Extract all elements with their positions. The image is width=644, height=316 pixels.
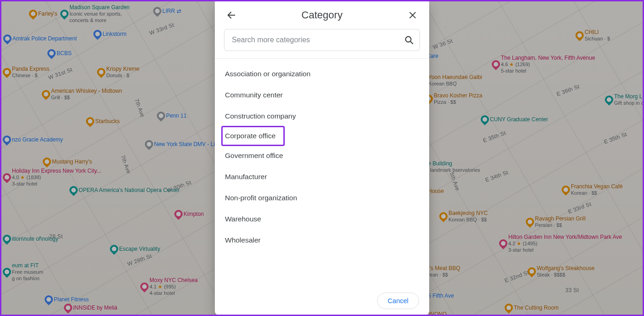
close-icon bbox=[408, 11, 417, 20]
search-wrap bbox=[215, 29, 429, 58]
modal-title: Category bbox=[301, 9, 342, 21]
modal-footer: Cancel bbox=[215, 285, 429, 316]
modal-header: Category bbox=[215, 1, 429, 29]
category-item[interactable]: Government office bbox=[215, 145, 429, 166]
search-input[interactable] bbox=[232, 36, 404, 44]
search-box[interactable] bbox=[224, 29, 420, 51]
category-list: Association or organizationCommunity cen… bbox=[215, 59, 429, 255]
category-item[interactable]: Warehouse bbox=[215, 209, 429, 230]
category-item[interactable]: Non-profit organization bbox=[215, 187, 429, 209]
close-button[interactable] bbox=[404, 7, 421, 23]
svg-line-4 bbox=[410, 41, 413, 44]
back-button[interactable] bbox=[223, 7, 240, 23]
category-scroll[interactable]: Association or organizationCommunity cen… bbox=[215, 59, 429, 285]
category-item[interactable]: Manufacturer bbox=[215, 166, 429, 187]
category-item[interactable]: Wholesaler bbox=[215, 230, 429, 251]
cancel-button[interactable]: Cancel bbox=[377, 293, 419, 309]
category-item[interactable]: Corporate office bbox=[222, 127, 284, 145]
category-item[interactable]: Community center bbox=[215, 85, 429, 106]
category-item[interactable]: Construction company bbox=[215, 106, 429, 127]
category-item[interactable]: Association or organization bbox=[215, 63, 429, 85]
category-modal: Category Association or organizationComm… bbox=[215, 1, 429, 316]
search-icon bbox=[404, 35, 414, 45]
arrow-back-icon bbox=[226, 10, 236, 20]
